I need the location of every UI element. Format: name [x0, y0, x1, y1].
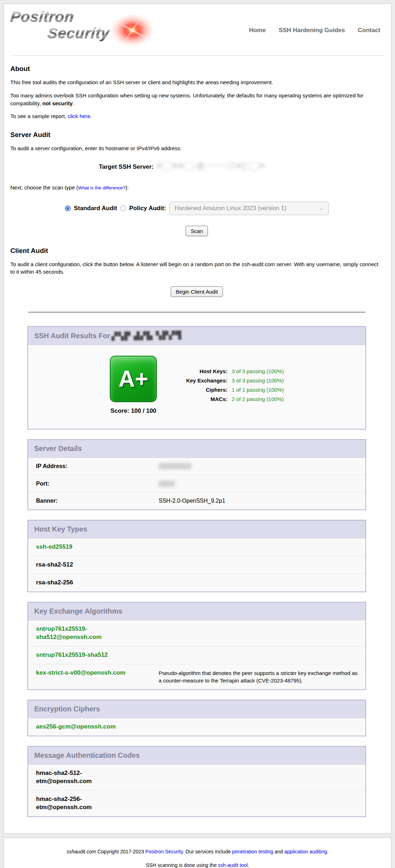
redacted-input-value: ●◯●●◯ ◉ ─── ◎●)) ◯● [156, 161, 264, 171]
inline-link[interactable]: Positron Security [145, 849, 183, 854]
list-item: rsa-sha2-256 [28, 574, 365, 592]
algorithm-note: Pseudo-algorithm that denotes the peer s… [159, 669, 360, 685]
site-footer: sshaudit.com Copyright 2017-2023 Positro… [4, 838, 391, 868]
text-segment: Copyright 2017-2023 [96, 849, 145, 854]
scan-button[interactable]: Scan [186, 226, 208, 236]
inline-link[interactable]: What is the difference? [78, 185, 125, 191]
text-segment: ): [125, 184, 129, 191]
footer-line-2: SSH scanning is done using the ssh-audit… [7, 862, 388, 868]
text-segment: not security [42, 100, 73, 106]
server-details-header: Server Details [28, 440, 365, 458]
stat-row: MACs:2 of 2 passing (100%) [174, 396, 284, 402]
site-header: Positron Security HomeSSH Hardening Guid… [4, 4, 391, 54]
policy-select-value: Hardened Amazon Linux 2023 (version 1) [175, 205, 287, 212]
stat-value: 2 of 2 passing (100%) [232, 396, 284, 402]
redacted-hostname: ▞▚▛ ▟▞▙ ▚▛▞▜ [112, 331, 182, 340]
list-item: sntrup761x25519-sha512 [28, 646, 365, 664]
stat-value: 3 of 3 passing (100%) [232, 368, 284, 374]
encryption-ciphers-box: Encryption Ciphers aes256-gcm@openssh.co… [27, 700, 366, 736]
detail-label: Port: [34, 480, 159, 488]
stat-row: Key Exchanges:3 of 3 passing (100%) [174, 377, 284, 384]
target-server-row: Target SSH Server: ●◯●●◯ ◉ ─── ◎●)) ◯● [10, 161, 383, 173]
nav-link-ssh-hardening-guides[interactable]: SSH Hardening Guides [279, 27, 345, 34]
macs-rows: hmac-sha2-512-etm@openssh.comhmac-sha2-2… [28, 765, 365, 816]
algorithm-name: hmac-sha2-256-etm@openssh.com [34, 795, 159, 812]
about-paragraph-2: Too many admins overlook SSH configurati… [10, 92, 383, 107]
logo: Positron Security [10, 9, 153, 52]
text-segment: . [90, 113, 92, 119]
score-label: Score: 100 / 100 [110, 407, 157, 415]
target-ssh-server-label: Target SSH Server: [99, 163, 154, 171]
detail-label: Banner: [34, 497, 159, 505]
section-divider [28, 312, 365, 313]
redacted-value [159, 463, 191, 469]
standard-audit-label: Standard Audit [74, 205, 117, 212]
table-row: IP Address: [28, 458, 365, 475]
stat-row: Ciphers:1 of 1 passing (100%) [174, 387, 284, 393]
inline-link[interactable]: penetration testing [232, 849, 273, 854]
results-box-header: SSH Audit Results For ▞▚▛ ▟▞▙ ▚▛▞▜ [28, 327, 365, 345]
results-stats: Host Keys:3 of 3 passing (100%)Key Excha… [174, 365, 284, 405]
host-key-types-box: Host Key Types ssh-ed25519rsa-sha2-512rs… [27, 520, 366, 592]
detail-value: SSH-2.0-OpenSSH_9.2p1 [159, 497, 225, 505]
page-content: About This free tool audits the configur… [4, 56, 391, 817]
nav-link-contact[interactable]: Contact [358, 27, 380, 34]
stat-label: Ciphers: [174, 387, 227, 393]
grade-column: A+ Score: 100 / 100 [110, 356, 157, 415]
about-paragraph-1: This free tool audits the configuration … [10, 78, 383, 86]
list-item: ssh-ed25519 [28, 538, 365, 556]
inline-link[interactable]: click here [68, 113, 90, 119]
stat-label: Host Keys: [174, 368, 227, 374]
algorithm-name: sntrup761x25519-sha512 [34, 651, 159, 659]
text-segment: and [273, 849, 284, 854]
host-key-types-rows: ssh-ed25519rsa-sha2-512rsa-sha2-256 [28, 538, 365, 592]
stat-value: 3 of 3 passing (100%) [232, 377, 284, 384]
list-item: hmac-sha2-512-etm@openssh.com [28, 765, 365, 791]
algorithm-name: rsa-sha2-512 [34, 561, 159, 569]
client-audit-paragraph: To audit a client configuration, click t… [10, 260, 383, 276]
stat-row: Host Keys:3 of 3 passing (100%) [174, 368, 284, 374]
text-segment: . [73, 100, 74, 106]
host-key-types-title: Host Key Types [34, 525, 87, 533]
standard-audit-radio[interactable] [65, 205, 71, 211]
starburst-icon [104, 9, 161, 52]
policy-select[interactable]: Hardened Amazon Linux 2023 (version 1) ⌄ [169, 202, 329, 215]
main-card: Positron Security HomeSSH Hardening Guid… [4, 4, 391, 833]
algorithm-name: ssh-ed25519 [34, 543, 159, 551]
text-segment: ssh-audit.com [242, 261, 275, 267]
logo-text-security: Security [47, 25, 110, 41]
macs-title: Message Authentication Codes [34, 751, 140, 759]
inline-link[interactable]: ssh-audit tool [218, 862, 248, 868]
client-audit-heading: Client Audit [10, 247, 383, 255]
macs-box: Message Authentication Codes hmac-sha2-5… [27, 746, 366, 817]
algorithm-name: kex-strict-s-v00@openssh.com [34, 669, 159, 685]
target-ssh-server-input[interactable]: ●◯●●◯ ◉ ─── ◎●)) ◯● [156, 161, 295, 173]
results-title: SSH Audit Results For [34, 332, 110, 340]
scan-type-line: Next, choose the scan type (What is the … [10, 184, 383, 192]
logo-text-positron: Positron [10, 9, 75, 25]
text-segment: SSH scanning is done using the [146, 862, 218, 868]
nav-link-home[interactable]: Home [249, 27, 266, 34]
encryption-ciphers-rows: aes256-gcm@openssh.com [28, 718, 365, 736]
list-item: kex-strict-s-v00@openssh.comPseudo-algor… [28, 664, 365, 690]
grade-badge: A+ [110, 356, 157, 402]
algorithm-name: rsa-sha2-256 [34, 579, 159, 587]
algorithm-name: sntrup761x25519-sha512@openssh.com [34, 625, 159, 641]
server-details-box: Server Details IP Address:Port:Banner:SS… [27, 439, 366, 510]
text-segment: . [248, 862, 249, 868]
algorithm-name: hmac-sha2-512-etm@openssh.com [34, 769, 159, 786]
begin-client-audit-button[interactable]: Begin Client Audit [171, 286, 223, 297]
results-body: A+ Score: 100 / 100 Host Keys:3 of 3 pas… [28, 345, 365, 429]
about-paragraph-3: To see a sample report, click here. [10, 112, 383, 120]
text-segment: . [327, 849, 328, 854]
policy-audit-radio[interactable] [120, 205, 126, 211]
stat-value: 1 of 1 passing (100%) [232, 387, 284, 393]
redacted-value [159, 481, 175, 487]
server-audit-intro: To audit a server configuration, enter i… [10, 144, 383, 152]
text-segment: Next, choose the scan type ( [10, 184, 78, 191]
encryption-ciphers-title: Encryption Ciphers [34, 705, 100, 713]
key-exchange-title: Key Exchange Algorithms [34, 607, 122, 615]
key-exchange-box: Key Exchange Algorithms sntrup761x25519-… [27, 602, 366, 690]
inline-link[interactable]: application auditing [284, 849, 327, 854]
scan-type-options: Standard Audit Policy Audit: Hardened Am… [10, 202, 383, 215]
